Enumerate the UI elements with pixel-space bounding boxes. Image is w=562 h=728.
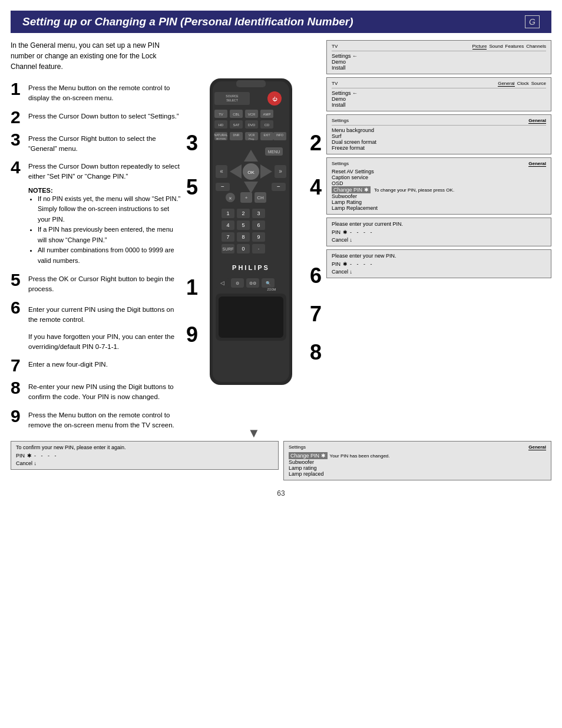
svg-text:◁: ◁ [220,280,224,286]
intro-text: In the General menu, you can set up a ne… [11,40,181,72]
screen4-note: To change your PIN, please press OK. [374,187,454,193]
svg-text:EXIT: EXIT [263,133,270,137]
svg-text:−: − [277,183,280,190]
svg-text:CBL: CBL [233,113,240,116]
screen-4-box: Settings General Reset AV Settings Capti… [326,157,551,215]
screen3-freeze: Freeze format [332,145,546,151]
screen7-cancel: Cancel ↓ [16,460,273,466]
screen-8-box: Settings General Change PIN ✱ Your PIN h… [283,441,551,480]
svg-text:SURF: SURF [222,247,233,251]
step-4-number: 4 [11,159,25,176]
svg-text:✕: ✕ [229,196,232,200]
step-3-number: 3 [11,131,25,149]
svg-text:⏻: ⏻ [272,97,277,102]
step-6: 6 Enter your current PIN using the Digit… [11,299,181,352]
screen1-left-col: Settings ← Demo Install [332,53,358,71]
screen6-label: Please enter your new PIN. [332,253,546,259]
screen4-osd: OSD [332,180,546,186]
note-1: If no PIN exists yet, the menu will show… [38,194,181,225]
remote-control-svg: SOURCE SELECT ⏻ TV CBL VCR AMP [204,75,298,406]
svg-text:INFO: INFO [276,133,283,137]
svg-text:HD: HD [219,123,224,127]
screen7-pin-label: PIN [16,453,25,459]
screen7-icon: ✱ [27,453,32,459]
page-header: Setting up or Changing a PIN (Personal I… [11,11,551,33]
note-3: All number combinations from 0000 to 999… [38,245,181,266]
svg-text:NATURAL: NATURAL [214,133,228,137]
svg-text:CD: CD [265,123,270,127]
screen4-settings-label: Settings [332,161,349,167]
screen6-cancel: Cancel ↓ [332,269,546,275]
svg-text:7: 7 [226,234,229,240]
screen8-spacer [308,444,526,450]
screen1-tv-label: TV [332,44,338,50]
svg-text:VCR: VCR [248,113,256,116]
screen1-tab-picture: Picture [472,44,487,50]
step-2-text: Press the Cursor Down button to select “… [28,108,179,121]
step-8-number: 8 [11,379,25,397]
svg-text:1: 1 [226,210,229,216]
screen2-tab-source: Source [531,81,546,87]
svg-text:CH: CH [257,195,264,200]
screen4-lamp-replacement: Lamp Replacement [332,205,546,211]
screen1-spacer [340,44,470,50]
svg-text:OK: OK [247,170,254,175]
screen2-settings: Settings ← [332,90,546,96]
step-5: 5 Press the OK or Cursor Right button to… [11,271,181,295]
svg-text:Prog.: Prog. [249,137,254,140]
screen3-dual: Dual screen format [332,139,546,145]
screen8-lamp-rating: Lamp rating [289,465,546,471]
screen1-tab-sound: Sound [489,44,503,50]
svg-text:🔍: 🔍 [266,281,271,286]
overlay-step-6: 6 [310,264,322,288]
page-container: Setting up or Changing a PIN (Personal I… [0,11,562,728]
center-column: SOURCE SELECT ⏻ TV CBL VCR AMP [186,40,322,441]
svg-text:8: 8 [242,234,244,240]
screen3-tab-general: General [528,118,546,124]
screen3-surf: Surf [332,133,546,139]
svg-text:2: 2 [242,210,244,216]
overlay-step-2: 2 [310,131,322,155]
svg-text:TV: TV [219,113,223,116]
svg-text:⚙⚙: ⚙⚙ [249,281,256,285]
screen2-spacer [340,81,495,87]
header-letter: G [525,15,540,28]
svg-text:SAT: SAT [233,123,240,127]
screen7-dashes: - - - - [34,453,58,459]
svg-text:0: 0 [242,246,244,252]
screen-3-box: Settings General Menu background Surf Du… [326,114,551,154]
screen3-settings-label: Settings [332,118,349,124]
svg-text:DNR: DNR [233,133,240,137]
screen2-install: Install [332,102,546,108]
notes-block: NOTES: If no PIN exists yet, the menu wi… [28,187,181,266]
screen5-label: Please enter your current PIN. [332,221,546,227]
step-6-text-b: If you have forgotten your PIN, you can … [28,329,181,353]
screen1-settings: Settings ← [332,53,358,59]
overlay-step-8: 8 [310,341,322,364]
down-arrow: ▼ [247,426,260,441]
overlay-step-1: 1 [186,276,198,299]
screen4-change-pin: Change PIN ✱ [332,186,371,193]
svg-text:PHILIPS: PHILIPS [232,264,270,271]
svg-text:+: + [245,195,248,200]
screen4-lamp-rating: Lamp Rating [332,199,546,205]
step-3-text: Press the Cursor Right button to select … [28,131,181,154]
svg-text:AMP: AMP [263,113,270,116]
screen3-menu-bg: Menu background [332,127,546,133]
screens-column: TV Picture Sound Features Channels Setti… [326,40,551,441]
content-area: In the General menu, you can set up a ne… [0,33,562,441]
step-5-number: 5 [11,271,25,289]
instructions-column: In the General menu, you can set up a ne… [11,40,181,441]
notes-heading: NOTES: [28,187,53,194]
step-4-text: Press the Cursor Down button repeatedly … [28,159,181,182]
svg-rect-2 [236,80,266,87]
svg-text:ZOOM: ZOOM [267,288,276,291]
screen4-subwoofer: Subwoofer [332,193,546,199]
overlay-step-7: 7 [310,302,322,326]
step-2-number: 2 [11,108,25,126]
svg-text:5: 5 [242,222,244,228]
step-6-text-a: Enter your current PIN using the Digit b… [28,302,181,325]
step-3: 3 Press the Cursor Right button to selec… [11,131,181,154]
screen1-demo: Demo [332,59,358,65]
step-9-text: Press the Menu button on the remote cont… [28,407,181,431]
